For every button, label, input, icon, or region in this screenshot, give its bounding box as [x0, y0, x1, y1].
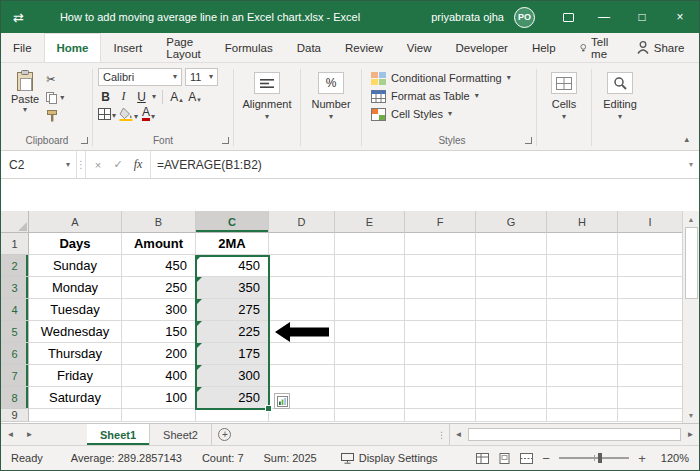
tab-scrollbar-splitter[interactable]: ⋮ [434, 424, 449, 445]
cell-I1[interactable] [618, 233, 682, 255]
cell-H7[interactable] [547, 365, 618, 387]
row-header-6[interactable]: 6 [1, 343, 29, 365]
cell-D3[interactable] [269, 277, 335, 299]
user-avatar[interactable]: PO [514, 7, 535, 28]
status-count[interactable]: Count: 7 [202, 452, 244, 464]
clipboard-dialog-launcher-icon[interactable] [81, 137, 88, 144]
cell-H8[interactable] [547, 387, 618, 409]
row-header-1[interactable]: 1 [1, 233, 29, 255]
column-header-G[interactable]: G [476, 211, 547, 233]
tab-formulas[interactable]: Formulas [213, 33, 285, 62]
cell-G7[interactable] [476, 365, 547, 387]
increase-font-size-button[interactable]: A▴ [169, 90, 184, 104]
cell-D4[interactable] [269, 299, 335, 321]
scroll-down-icon[interactable]: ▼ [683, 407, 699, 423]
status-average[interactable]: Average: 289.2857143 [71, 452, 182, 464]
cell-I5[interactable] [618, 321, 682, 343]
font-name-select[interactable]: Calibri▾ [98, 68, 182, 86]
cell-I8[interactable] [618, 387, 682, 409]
cell-F4[interactable] [405, 299, 476, 321]
borders-button[interactable]: ▾ [98, 108, 116, 120]
underline-dropdown-icon[interactable]: ▾ [152, 93, 156, 101]
format-painter-button[interactable] [46, 110, 64, 122]
paste-dropdown-icon[interactable]: ▾ [23, 106, 27, 114]
cell-B8[interactable]: 100 [122, 387, 196, 409]
cell-B5[interactable]: 150 [122, 321, 196, 343]
cell-A9[interactable] [29, 409, 122, 422]
collapse-ribbon-icon[interactable]: ▴ [684, 134, 689, 144]
cell-D1[interactable] [269, 233, 335, 255]
cell-B2[interactable]: 450 [122, 255, 196, 277]
tab-help[interactable]: Help [520, 33, 568, 62]
row-header-3[interactable]: 3 [1, 277, 29, 299]
row-header-8[interactable]: 8 [1, 387, 29, 409]
scroll-up-icon[interactable]: ▲ [683, 211, 699, 227]
cell-A6[interactable]: Thursday [29, 343, 122, 365]
cell-F5[interactable] [405, 321, 476, 343]
cell-G6[interactable] [476, 343, 547, 365]
cell-H5[interactable] [547, 321, 618, 343]
styles-dialog-launcher-icon[interactable] [525, 137, 532, 144]
font-color-button[interactable]: A▾ [141, 107, 156, 121]
cell-C6[interactable]: 175 [196, 343, 269, 365]
decrease-font-size-button[interactable]: A▾ [187, 90, 202, 104]
tab-view[interactable]: View [395, 33, 444, 62]
cell-G9[interactable] [476, 409, 547, 422]
cut-button[interactable]: ✂ [46, 73, 64, 86]
quick-analysis-button[interactable] [274, 393, 290, 409]
maximize-button[interactable]: □ [623, 1, 661, 33]
close-button[interactable]: × [661, 1, 699, 33]
cell-C1[interactable]: 2MA [196, 233, 269, 255]
cell-D9[interactable] [269, 409, 335, 422]
horizontal-scrollbar[interactable]: ◄ ► [449, 424, 699, 445]
cell-E3[interactable] [335, 277, 405, 299]
cell-G2[interactable] [476, 255, 547, 277]
formula-bar-expand-icon[interactable]: ▾ [683, 151, 699, 178]
display-settings-button[interactable]: Display Settings [341, 452, 438, 464]
tab-data[interactable]: Data [285, 33, 333, 62]
cell-I4[interactable] [618, 299, 682, 321]
font-size-select[interactable]: 11▾ [185, 68, 218, 86]
cell-F7[interactable] [405, 365, 476, 387]
cell-B1[interactable]: Amount [122, 233, 196, 255]
tab-home[interactable]: Home [44, 33, 102, 62]
quick-access-toolbar-icon[interactable]: ⇄ [13, 10, 24, 25]
name-box[interactable]: C2 ▾ [1, 151, 77, 178]
cell-A3[interactable]: Monday [29, 277, 122, 299]
sheet-nav-right-icon[interactable]: ► [20, 424, 39, 445]
row-header-4[interactable]: 4 [1, 299, 29, 321]
formula-input[interactable]: =AVERAGE(B1:B2) [151, 151, 683, 178]
cell-H6[interactable] [547, 343, 618, 365]
cell-H2[interactable] [547, 255, 618, 277]
cell-I3[interactable] [618, 277, 682, 299]
cell-E6[interactable] [335, 343, 405, 365]
cell-A2[interactable]: Sunday [29, 255, 122, 277]
cell-F1[interactable] [405, 233, 476, 255]
cell-F6[interactable] [405, 343, 476, 365]
new-sheet-button[interactable]: + [212, 424, 238, 445]
minimize-button[interactable]: — [585, 1, 623, 33]
row-header-9[interactable]: 9 [1, 409, 29, 422]
cell-H9[interactable] [547, 409, 618, 422]
cell-I9[interactable] [618, 409, 682, 422]
vertical-scrollbar[interactable]: ▲ ▼ [682, 211, 699, 423]
formula-bar-splitter[interactable]: ⋮ [77, 151, 86, 178]
zoom-slider-thumb[interactable] [598, 453, 602, 463]
cell-B6[interactable]: 200 [122, 343, 196, 365]
number-group[interactable]: % Number ▾ [302, 65, 360, 150]
cell-E4[interactable] [335, 299, 405, 321]
column-header-D[interactable]: D [269, 211, 335, 233]
zoom-slider[interactable] [559, 457, 629, 459]
cell-F8[interactable] [405, 387, 476, 409]
cells-group[interactable]: Cells ▾ [538, 65, 590, 150]
cell-C5[interactable]: 225 [196, 321, 269, 343]
cell-E9[interactable] [335, 409, 405, 422]
cell-B9[interactable] [122, 409, 196, 422]
cell-G3[interactable] [476, 277, 547, 299]
scroll-right-icon[interactable]: ► [682, 430, 699, 439]
tab-tell-me[interactable]: Tell me [568, 33, 625, 62]
cell-E1[interactable] [335, 233, 405, 255]
tab-review[interactable]: Review [333, 33, 395, 62]
cell-E5[interactable] [335, 321, 405, 343]
cell-G5[interactable] [476, 321, 547, 343]
